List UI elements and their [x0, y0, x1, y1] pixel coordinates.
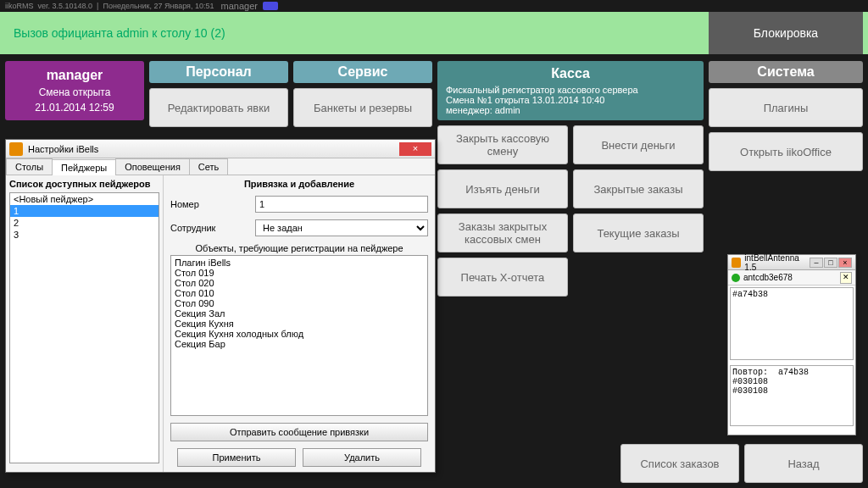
kassa-info2: Смена №1 открыта 13.01.2014 10:40	[446, 95, 604, 105]
pager-list[interactable]: <Новый пейджер> 1 2 3	[9, 192, 159, 463]
antenna-log-1[interactable]	[730, 287, 854, 360]
list-item[interactable]: Стол 020	[173, 278, 426, 288]
closed-orders-button[interactable]: Закрытые заказы	[573, 169, 704, 208]
kassa-info1: Фискальный регистратор кассового сервера	[446, 85, 638, 95]
list-item[interactable]: <Новый пейджер>	[10, 193, 159, 205]
dialog-app-icon	[9, 142, 23, 156]
dialog-tabs: Столы Пейджеры Оповещения Сеть	[6, 158, 435, 175]
apply-button[interactable]: Применить	[177, 448, 296, 467]
shift-time: 21.01.2014 12:59	[35, 102, 114, 114]
antenna-app-icon	[732, 258, 741, 268]
withdraw-button[interactable]: Изъять деньги	[437, 169, 568, 208]
ibells-dialog: Настройки iBells × Столы Пейджеры Оповещ…	[5, 139, 436, 473]
title-bar: iikoRMS ver. 3.5.10148.0 | Понедельник, …	[0, 0, 868, 12]
orders-list-button[interactable]: Список заказов	[620, 444, 739, 483]
list-item[interactable]: 3	[10, 229, 159, 241]
shift-status: Смена открыта	[39, 86, 111, 98]
footer-bar: Список заказов Назад	[620, 444, 863, 483]
system-header: Система	[709, 61, 863, 83]
employee-label: Сотрудник	[170, 223, 255, 233]
current-orders-button[interactable]: Текущие заказы	[573, 214, 704, 252]
objects-list[interactable]: Плагин iBells Стол 019 Стол 020 Стол 010…	[170, 255, 428, 416]
list-item[interactable]: Секция Кухня	[173, 319, 426, 329]
tab-network[interactable]: Сеть	[189, 158, 228, 175]
current-user: manager	[221, 1, 258, 11]
tab-tables[interactable]: Столы	[6, 158, 53, 175]
list-item[interactable]: Стол 090	[173, 298, 426, 308]
tab-pagers[interactable]: Пейджеры	[52, 159, 116, 175]
minimize-button[interactable]: –	[810, 258, 823, 268]
user-badge-icon	[263, 2, 278, 10]
antenna-status-bar: antcdb3e678 ✕	[728, 270, 855, 286]
deposit-button[interactable]: Внести деньги	[573, 125, 704, 164]
delete-button[interactable]: Удалить	[303, 448, 421, 467]
antenna-window: intBellAntenna 1.5 – □ × antcdb3e678 ✕	[727, 254, 856, 435]
service-header: Сервис	[293, 61, 432, 83]
open-office-button[interactable]: Открыть iikoOffice	[709, 132, 863, 171]
user-name: manager	[47, 68, 103, 83]
list-item[interactable]: Стол 010	[173, 288, 426, 298]
antenna-title: intBellAntenna 1.5	[744, 253, 810, 272]
app-date: Понедельник, 27 Января, 10:51	[103, 2, 214, 10]
dialog-title: Настройки iBells	[28, 144, 98, 154]
maximize-button[interactable]: □	[824, 258, 837, 268]
pager-list-header: Список доступных пейджеров	[9, 179, 159, 189]
number-input[interactable]	[255, 196, 428, 213]
xreport-button[interactable]: Печать X-отчета	[437, 258, 568, 297]
personal-header: Персонал	[149, 61, 288, 83]
tab-notifications[interactable]: Оповещения	[115, 158, 190, 175]
kassa-title: Касса	[551, 66, 590, 81]
antenna-log-2[interactable]	[730, 365, 854, 426]
kassa-info3: менеджер: admin	[446, 105, 520, 115]
status-dot-icon	[732, 274, 740, 282]
list-item[interactable]: 2	[10, 217, 159, 229]
back-button[interactable]: Назад	[744, 444, 863, 483]
list-item[interactable]: Плагин iBells	[173, 258, 426, 268]
list-item[interactable]: 1	[10, 205, 159, 217]
edit-attendance-button[interactable]: Редактировать явки	[149, 88, 288, 127]
binding-header: Привязка и добавление	[170, 179, 428, 189]
send-binding-button[interactable]: Отправить сообщение привязки	[170, 423, 428, 441]
clear-icon[interactable]: ✕	[840, 272, 852, 284]
objects-header: Объекты, требующие регистрации на пейдже…	[170, 243, 428, 253]
list-item[interactable]: Стол 019	[173, 268, 426, 278]
app-name: iikoRMS	[5, 2, 34, 10]
connection-id: antcdb3e678	[743, 273, 793, 282]
app-version: ver. 3.5.10148.0	[38, 2, 93, 10]
notify-text: Вызов официанта admin к столу 10 (2)	[14, 26, 225, 40]
antenna-titlebar[interactable]: intBellAntenna 1.5 – □ ×	[728, 255, 855, 270]
number-label: Номер	[170, 199, 255, 209]
list-item[interactable]: Секция Зал	[173, 308, 426, 319]
kassa-header: Касса Фискальный регистратор кассового с…	[437, 61, 704, 120]
lock-button[interactable]: Блокировка	[709, 12, 863, 54]
user-panel[interactable]: manager Смена открыта 21.01.2014 12:59	[5, 61, 144, 120]
employee-select[interactable]: Не задан	[255, 219, 428, 236]
dialog-titlebar[interactable]: Настройки iBells ×	[6, 140, 435, 158]
plugins-button[interactable]: Плагины	[709, 88, 863, 127]
list-item[interactable]: Секция Кухня холодных блюд	[173, 329, 426, 339]
banquets-button[interactable]: Банкеты и резервы	[293, 88, 432, 127]
dialog-close-button[interactable]: ×	[399, 142, 431, 156]
close-button[interactable]: ×	[838, 258, 852, 268]
closed-shift-orders-button[interactable]: Заказы закрытых кассовых смен	[437, 214, 568, 252]
list-item[interactable]: Секция Бар	[173, 339, 426, 349]
close-shift-button[interactable]: Закрыть кассовую смену	[437, 125, 568, 164]
